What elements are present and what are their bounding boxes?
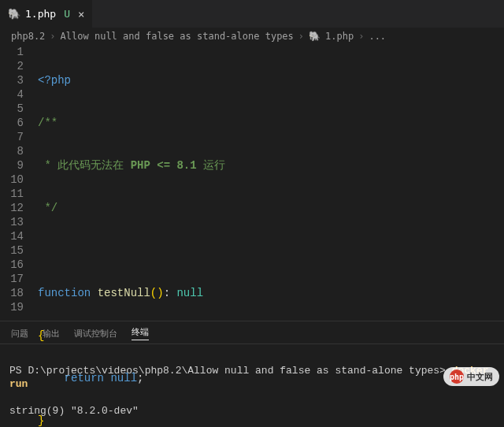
crumb-project[interactable]: php8.2 [11, 31, 45, 42]
code-line: function testNull(): null [38, 286, 482, 300]
chevron-right-icon: › [50, 31, 55, 42]
watermark-text: 中文网 [467, 371, 493, 383]
code-line [38, 243, 482, 258]
elephant-icon: 🐘 [309, 31, 321, 42]
code-line: <?php [38, 73, 482, 87]
code-editor[interactable]: 1 2 3 4 5 6 7 8 9 10 11 12 13 14 15 16 1… [0, 45, 504, 321]
minimap[interactable] [488, 45, 504, 321]
watermark-badge: php 中文网 [443, 367, 499, 386]
php-icon: php [450, 369, 464, 384]
tab-problems[interactable]: 问题 [11, 328, 28, 340]
tab-bar: 🐘 1.php U × [0, 0, 504, 28]
code-content[interactable]: <?php /** * 此代码无法在 PHP <= 8.1 运行 */ func… [38, 45, 488, 321]
chevron-right-icon: › [298, 31, 304, 42]
elephant-icon: 🐘 [8, 8, 20, 20]
line-gutter: 1 2 3 4 5 6 7 8 9 10 11 12 13 14 15 16 1… [0, 45, 38, 321]
chevron-right-icon: › [358, 31, 364, 42]
tab-filename: 1.php [25, 8, 56, 20]
editor-tab[interactable]: 🐘 1.php U × [0, 0, 93, 28]
crumb-file[interactable]: 1.php [325, 31, 354, 42]
code-line: */ [38, 201, 482, 215]
code-line: /** [38, 116, 482, 130]
code-line: * 此代码无法在 PHP <= 8.1 运行 [38, 158, 482, 173]
tab-modified-badge: U [64, 8, 70, 20]
code-line: { [38, 329, 482, 343]
breadcrumb[interactable]: php8.2 › Allow null and false as stand-a… [0, 28, 504, 45]
close-icon[interactable]: × [78, 8, 84, 20]
crumb-trailing[interactable]: ... [369, 31, 386, 42]
code-line: } [38, 414, 482, 427]
crumb-folder[interactable]: Allow null and false as stand-alone type… [61, 31, 294, 42]
code-line: return null; [38, 371, 482, 385]
